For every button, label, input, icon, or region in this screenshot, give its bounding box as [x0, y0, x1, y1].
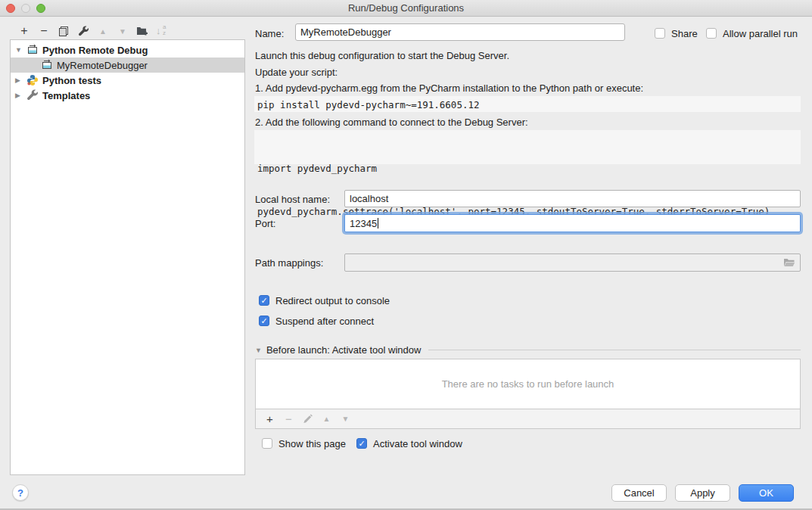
- suspend-after-connect-checkbox[interactable]: Suspend after connect: [259, 315, 374, 327]
- checkbox-checked-icon: [259, 295, 269, 306]
- remote-debug-config-icon: [41, 59, 53, 71]
- tree-item-label: Templates: [42, 90, 90, 101]
- show-this-page-label: Show this page: [278, 438, 346, 449]
- text-cursor: [378, 218, 378, 229]
- python-tests-icon: [26, 74, 39, 86]
- edit-templates-wrench-icon[interactable]: [73, 23, 93, 39]
- checkbox-checked-icon: [356, 438, 367, 449]
- instruction-step-1: 1. Add pydevd-pycharm.egg from the PyCha…: [255, 82, 643, 94]
- instruction-step-2: 2. Add the following command to connect …: [255, 117, 528, 128]
- code-line-1: import pydevd_pycharm: [257, 161, 798, 176]
- local-host-name-label: Local host name:: [255, 194, 330, 205]
- tree-item-templates[interactable]: ▶ Templates: [11, 88, 244, 103]
- local-host-name-input[interactable]: localhost: [344, 190, 801, 207]
- activate-tool-window-checkbox[interactable]: Activate tool window: [356, 437, 462, 449]
- allow-parallel-run-label: Allow parallel run: [723, 28, 798, 39]
- tree-item-label: Python Remote Debug: [42, 45, 148, 56]
- section-divider: [428, 350, 801, 350]
- port-label: Port:: [255, 218, 275, 229]
- redirect-output-label: Redirect output to console: [275, 295, 390, 306]
- local-host-name-value: localhost: [350, 193, 388, 204]
- checkbox-unchecked-icon: [262, 438, 272, 449]
- redirect-output-checkbox[interactable]: Redirect output to console: [259, 294, 390, 306]
- title-bar[interactable]: Run/Debug Configurations: [0, 0, 812, 17]
- chevron-expanded-icon[interactable]: ▼: [255, 347, 262, 354]
- pip-install-command: pip install pydevd-pycharm~=191.6605.12: [254, 96, 801, 112]
- remove-task-button[interactable]: −: [279, 412, 298, 427]
- tree-item-label: MyRemoteDebugger: [57, 60, 148, 71]
- suspend-after-connect-label: Suspend after connect: [275, 316, 374, 327]
- show-this-page-checkbox[interactable]: Show this page: [262, 437, 346, 449]
- before-launch-title: Before launch: Activate tool window: [266, 344, 422, 356]
- allow-parallel-run-checkbox[interactable]: Allow parallel run: [706, 27, 798, 39]
- templates-wrench-icon: [26, 89, 39, 101]
- port-value: 12345: [350, 218, 377, 229]
- move-task-up-button[interactable]: ▲: [317, 412, 336, 427]
- settrace-code-block: import pydevd_pycharm pydevd_pycharm.set…: [254, 130, 801, 164]
- browse-folder-icon[interactable]: [783, 257, 795, 268]
- checkbox-checked-icon: [259, 316, 269, 326]
- new-folder-icon[interactable]: [132, 23, 152, 39]
- configurations-toolbar: + − ▲ ▼ ↓az: [14, 23, 172, 39]
- share-label: Share: [671, 28, 698, 39]
- path-mappings-label: Path mappings:: [255, 257, 323, 269]
- tree-item-python-tests[interactable]: ▶ Python tests: [11, 73, 244, 88]
- run-debug-configurations-dialog: Run/Debug Configurations + − ▲ ▼ ↓az ▼: [0, 0, 812, 510]
- checkbox-unchecked-icon: [706, 28, 717, 39]
- instruction-line-2: Update your script:: [255, 67, 338, 78]
- copy-configuration-icon[interactable]: [54, 23, 73, 39]
- port-input[interactable]: 12345: [344, 214, 801, 232]
- add-task-button[interactable]: +: [260, 412, 279, 427]
- cancel-button[interactable]: Cancel: [611, 484, 667, 502]
- move-up-button[interactable]: ▲: [93, 23, 113, 39]
- name-value: MyRemoteDebugger: [300, 26, 391, 38]
- chevron-collapsed-icon[interactable]: ▶: [15, 76, 26, 84]
- chevron-expanded-icon[interactable]: ▼: [15, 46, 26, 54]
- sort-configurations-icon[interactable]: ↓az: [152, 23, 172, 39]
- configurations-tree[interactable]: ▼ Python Remote Debug MyRemoteDebugger ▶: [10, 39, 245, 475]
- share-checkbox[interactable]: Share: [655, 27, 698, 39]
- remove-configuration-button[interactable]: −: [34, 23, 54, 39]
- chevron-collapsed-icon[interactable]: ▶: [15, 92, 26, 99]
- name-input[interactable]: MyRemoteDebugger: [295, 23, 625, 41]
- activate-tool-window-label: Activate tool window: [373, 438, 462, 449]
- tree-item-python-remote-debug[interactable]: ▼ Python Remote Debug: [11, 42, 244, 58]
- path-mappings-input[interactable]: [344, 253, 801, 272]
- checkbox-unchecked-icon: [655, 28, 665, 39]
- edit-task-pencil-icon[interactable]: [298, 412, 317, 427]
- tree-item-label: Python tests: [42, 75, 101, 86]
- before-launch-task-list[interactable]: There are no tasks to run before launch: [255, 359, 801, 409]
- move-task-down-button[interactable]: ▼: [336, 412, 355, 427]
- instruction-line-1: Launch this debug configuration to start…: [255, 50, 509, 61]
- move-down-button[interactable]: ▼: [113, 23, 132, 39]
- name-label: Name:: [255, 28, 284, 39]
- remote-debug-config-icon: [26, 44, 39, 56]
- empty-task-list-message: There are no tasks to run before launch: [442, 378, 614, 390]
- window-title: Run/Debug Configurations: [0, 2, 812, 14]
- help-button[interactable]: ?: [12, 484, 29, 501]
- before-launch-toolbar: + − ▲ ▼: [255, 409, 801, 429]
- before-launch-section-header[interactable]: ▼ Before launch: Activate tool window: [255, 344, 801, 356]
- add-configuration-button[interactable]: +: [14, 23, 34, 39]
- ok-button[interactable]: OK: [739, 484, 794, 502]
- tree-item-myremotedebugger[interactable]: MyRemoteDebugger: [11, 58, 244, 73]
- apply-button[interactable]: Apply: [675, 484, 730, 502]
